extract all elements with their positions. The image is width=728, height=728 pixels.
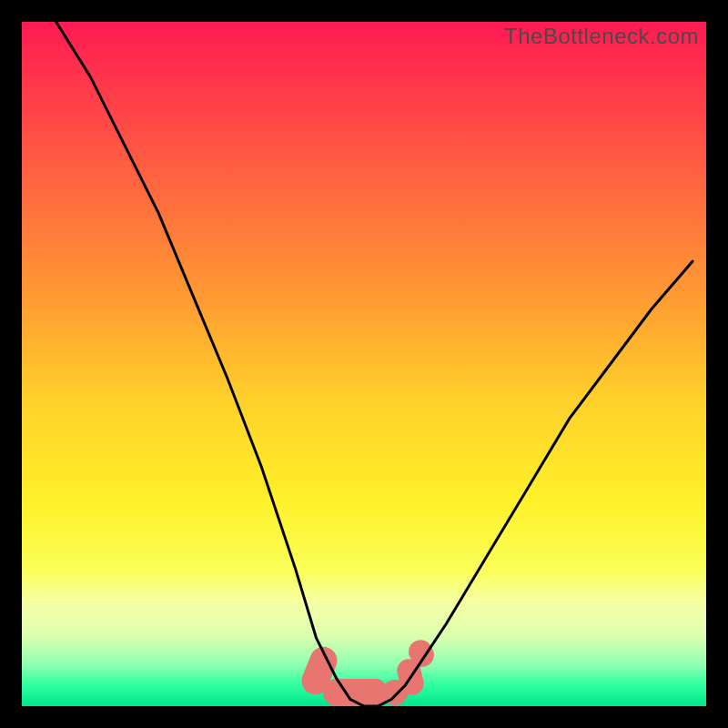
chart-area: TheBottleneck.com <box>22 22 706 706</box>
watermark-label: TheBottleneck.com <box>504 24 699 49</box>
bottleneck-curve <box>22 22 706 706</box>
